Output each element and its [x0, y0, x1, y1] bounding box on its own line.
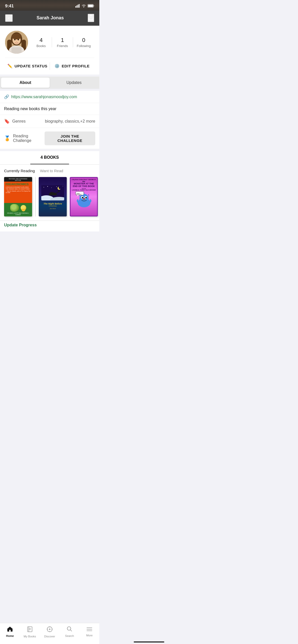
- stat-books: 4 Books: [31, 37, 52, 48]
- wifi-icon: [82, 4, 86, 8]
- stat-friends: 1 Friends: [52, 37, 73, 48]
- update-progress-button[interactable]: Update Progress: [4, 223, 37, 227]
- freak-top-text: REVISED AND EXPANDED EDITION: [4, 177, 32, 182]
- svg-rect-0: [75, 6, 76, 8]
- about-section: 🔗 https://www.sarahjonasmoodjoy.com Read…: [0, 91, 99, 115]
- svg-rect-1: [77, 5, 77, 8]
- avatar-image: [5, 31, 28, 54]
- tab-about[interactable]: About: [1, 78, 50, 88]
- tab-updates[interactable]: Updates: [50, 78, 98, 88]
- reading-challenge-row: 🏅 Reading Challenge JOIN THE CHALLENGE: [0, 128, 99, 149]
- svg-point-28: [59, 191, 60, 192]
- status-icons: [75, 4, 94, 8]
- svg-rect-13: [11, 47, 22, 54]
- stat-following: 0 Following: [73, 37, 94, 48]
- books-header-wrapper: 4 BOOKS: [0, 151, 99, 165]
- monster-character-svg: Hello, Everybodee!: [74, 191, 93, 208]
- friends-label: Friends: [52, 44, 73, 48]
- update-status-button[interactable]: ✏️ UPDATE STATUS: [5, 62, 50, 70]
- night-title: The Night Before: [44, 202, 62, 205]
- following-count: 0: [73, 37, 94, 43]
- bookmark-icon: 🔖: [4, 119, 10, 124]
- shelf-divider: [35, 177, 36, 216]
- night-subtitle: Christmas: [44, 205, 62, 207]
- action-buttons: ✏️ UPDATE STATUS ⚙️ EDIT PROFILE: [5, 58, 94, 70]
- nav-bar: ‹ Sarah Jonas: [0, 11, 99, 26]
- svg-point-34: [85, 197, 87, 198]
- night-scene-svg: [41, 185, 64, 200]
- freak-fruit-icon: [10, 204, 19, 212]
- books-section-title: 4 BOOKS: [30, 151, 69, 164]
- status-bar: 9:41: [0, 0, 99, 11]
- book-night-before-christmas[interactable]: The Night Before Christmas Jan Brett: [39, 177, 67, 216]
- update-status-label: UPDATE STATUS: [15, 64, 47, 68]
- friends-count: 1: [52, 37, 73, 43]
- profile-section: 4 Books 1 Friends 0 Following ✏️ UPDATE …: [0, 26, 99, 75]
- battery-icon: [88, 4, 94, 8]
- night-title-area: The Night Before Christmas Jan Brett: [42, 201, 64, 209]
- following-label: Following: [73, 44, 94, 48]
- svg-point-16: [16, 41, 17, 42]
- edit-profile-button[interactable]: ⚙️ EDIT PROFILE: [50, 62, 94, 70]
- freak-quote: — Malcolm Gladwell, author of The Tippin…: [6, 191, 31, 194]
- book-freakonomics[interactable]: REVISED AND EXPANDED EDITION FREAKONOMIC…: [4, 177, 32, 216]
- freak-main-area: FREAKONOMICS A ROGUE ECONOMIST EXPLORES …: [4, 182, 32, 203]
- link-icon: 🔗: [4, 94, 9, 99]
- monster-main-title: MONSTER AT THE END OF THIS BOOK: [72, 183, 96, 188]
- website-link[interactable]: https://www.sarahjonasmoodjoy.com: [11, 95, 77, 99]
- genres-left: 🔖 Genres: [4, 119, 25, 124]
- bottom-spacer: [0, 231, 99, 254]
- genres-row: 🔖 Genres biography, classics,+2 more: [0, 115, 99, 128]
- genres-label: Genres: [12, 119, 25, 124]
- monster-title-area: A Big Birds Golden Book™ SESAME ST. the …: [72, 179, 96, 191]
- book-categories: Currently Reading Want to Read: [0, 165, 99, 175]
- books-count: 4: [31, 37, 52, 43]
- freak-orange-icon: [21, 205, 26, 211]
- svg-point-23: [63, 186, 63, 186]
- night-scene: [41, 185, 64, 200]
- back-button[interactable]: ‹: [5, 14, 13, 22]
- edit-profile-label: EDIT PROFILE: [62, 64, 89, 68]
- join-challenge-button[interactable]: JOIN THE CHALLENGE: [45, 131, 95, 145]
- category-currently-reading[interactable]: Currently Reading: [4, 169, 35, 173]
- books-section: 4 BOOKS Currently Reading Want to Read R…: [0, 151, 99, 231]
- bio-text: Reading new books this year: [4, 107, 95, 111]
- monster-character: LOVABLE, FURRY OLD GROVER: [72, 189, 96, 191]
- pencil-icon: ✏️: [7, 64, 13, 68]
- freak-bottom-area: STEVEN D. LEVITT AND STEPHEN J. DUBNER: [4, 203, 32, 216]
- update-progress-section: Update Progress: [0, 221, 99, 231]
- books-label: Books: [31, 44, 52, 48]
- category-want-to-read[interactable]: Want to Read: [40, 169, 63, 173]
- medal-icon: 🏅: [4, 135, 10, 141]
- svg-point-18: [44, 187, 44, 187]
- svg-point-14: [14, 39, 16, 40]
- gear-icon: ⚙️: [55, 64, 60, 68]
- svg-point-21: [56, 186, 57, 187]
- svg-point-25: [59, 186, 61, 189]
- nav-title: Sarah Jonas: [36, 15, 64, 21]
- svg-point-15: [18, 39, 19, 40]
- challenge-left: 🏅 Reading Challenge: [4, 134, 45, 143]
- stats-container: 4 Books 1 Friends 0 Following: [31, 37, 94, 48]
- svg-text:Everybodee!: Everybodee!: [76, 194, 82, 195]
- reading-challenge-label: Reading Challenge: [13, 134, 45, 143]
- book-monster[interactable]: A Big Birds Golden Book™ SESAME ST. the …: [70, 177, 98, 216]
- svg-point-35: [83, 198, 85, 200]
- freak-subtitle: A ROGUE ECONOMIST EXPLORES THE HIDDEN SI…: [6, 186, 31, 190]
- svg-point-11: [11, 33, 22, 39]
- night-author: Jan Brett: [44, 208, 62, 209]
- share-button[interactable]: [88, 14, 94, 22]
- svg-point-20: [51, 187, 52, 188]
- profile-header: 4 Books 1 Friends 0 Following: [5, 31, 94, 54]
- sesame-label: A Big Birds Golden Book™ SESAME ST.: [72, 179, 96, 180]
- signal-icon: [75, 4, 80, 8]
- avatar: [5, 31, 28, 54]
- svg-point-19: [47, 186, 48, 187]
- freak-title: FREAKONOMICS: [6, 183, 29, 186]
- bio-row: Reading new books this year: [0, 103, 99, 115]
- status-time: 9:41: [5, 4, 14, 9]
- genres-value: biography, classics,+2 more: [45, 119, 95, 124]
- tabs-container: About Updates: [0, 77, 99, 89]
- svg-rect-5: [88, 5, 93, 7]
- svg-point-33: [82, 197, 83, 198]
